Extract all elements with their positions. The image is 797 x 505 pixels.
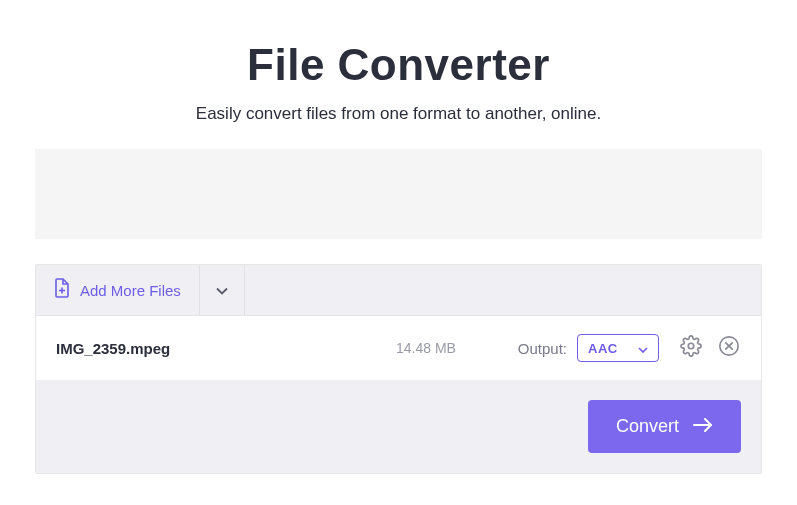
file-plus-icon <box>54 278 70 302</box>
convert-button[interactable]: Convert <box>588 400 741 453</box>
page-header: File Converter Easily convert files from… <box>0 0 797 149</box>
file-row: IMG_2359.mpeg 14.48 MB Output: AAC <box>36 316 761 380</box>
panel-toolbar: Add More Files <box>36 265 761 316</box>
convert-button-label: Convert <box>616 416 679 437</box>
close-circle-icon <box>718 335 740 361</box>
add-files-dropdown-toggle[interactable] <box>200 265 245 315</box>
arrow-right-icon <box>693 416 713 437</box>
converter-panel: Add More Files IMG_2359.mpeg 14.48 MB Ou… <box>35 264 762 474</box>
file-name: IMG_2359.mpeg <box>56 340 396 357</box>
gear-icon <box>680 335 702 361</box>
file-dropzone[interactable] <box>35 149 762 239</box>
add-more-files-label: Add More Files <box>80 282 181 299</box>
file-size: 14.48 MB <box>396 340 486 356</box>
remove-file-button[interactable] <box>717 336 741 360</box>
output-label: Output: <box>518 340 567 357</box>
svg-point-2 <box>688 343 694 349</box>
output-format-select[interactable]: AAC <box>577 334 659 362</box>
add-more-files-button[interactable]: Add More Files <box>36 265 200 315</box>
file-settings-button[interactable] <box>679 336 703 360</box>
file-row-actions <box>679 336 741 360</box>
panel-footer: Convert <box>36 380 761 473</box>
chevron-down-icon <box>638 339 648 357</box>
output-format-value: AAC <box>588 341 618 356</box>
chevron-down-icon <box>216 281 228 299</box>
output-group: Output: AAC <box>518 334 659 362</box>
page-subtitle: Easily convert files from one format to … <box>0 104 797 124</box>
page-title: File Converter <box>0 40 797 90</box>
